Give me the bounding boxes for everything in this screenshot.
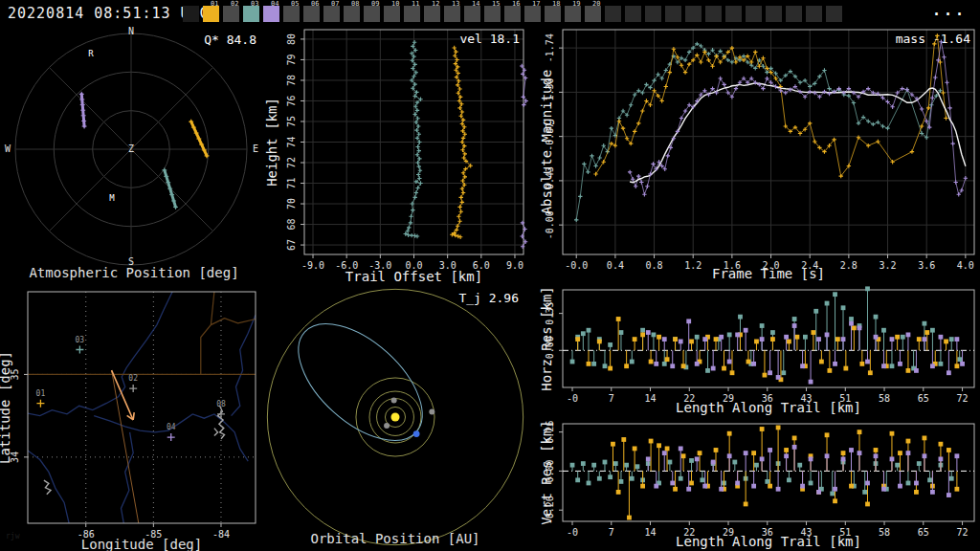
svg-text:-84: -84: [212, 529, 230, 540]
station-toggle-03[interactable]: 03: [243, 6, 259, 22]
svg-text:72: 72: [957, 527, 969, 538]
station-toggle-empty[interactable]: [806, 6, 822, 22]
station-toggle-09[interactable]: 09: [364, 6, 380, 22]
station-toggle-empty[interactable]: [786, 6, 802, 22]
svg-text:58: 58: [879, 393, 890, 404]
svg-text:-0: -0: [567, 527, 578, 538]
svg-text:vel 18.1: vel 18.1: [459, 32, 520, 46]
station-toggle-08[interactable]: 08: [344, 6, 360, 22]
svg-text:70: 70: [286, 198, 297, 209]
station-toggle-empty[interactable]: [766, 6, 782, 22]
station-toggle-17[interactable]: 17: [524, 6, 541, 22]
svg-text:79: 79: [286, 54, 297, 65]
svg-text:T_j 2.96: T_j 2.96: [458, 291, 519, 305]
station-number: 10: [391, 0, 399, 8]
station-number: 06: [311, 0, 319, 8]
svg-text:58: 58: [879, 527, 890, 538]
svg-text:-0.0: -0.0: [565, 260, 588, 271]
station-toggle-20[interactable]: 20: [585, 6, 601, 22]
svg-text:76: 76: [286, 95, 297, 106]
planet-venus: [391, 397, 397, 403]
watermark: rjw: [6, 532, 19, 540]
station-toggle-01[interactable]: 01: [203, 6, 219, 22]
station-toggle-19[interactable]: 19: [565, 6, 581, 22]
station-number: 20: [592, 0, 600, 8]
station-toggle-11[interactable]: 11: [404, 6, 420, 22]
svg-text:04: 04: [167, 423, 176, 431]
station-toggle-empty[interactable]: [746, 6, 762, 22]
svg-text:-9.0: -9.0: [301, 260, 324, 271]
station-toggle-18[interactable]: 18: [545, 6, 561, 22]
station-toggle-empty[interactable]: [685, 6, 702, 22]
svg-text:78: 78: [286, 75, 297, 86]
station-toggle-empty[interactable]: [725, 6, 742, 22]
svg-text:M: M: [109, 193, 115, 203]
svg-text:Horz Res [km]: Horz Res [km]: [539, 286, 554, 391]
plots-canvas: NSWEZRMQ* 84.8Atmospheric Position [deg]…: [0, 0, 980, 551]
station-number: 08: [351, 0, 359, 8]
svg-text:67: 67: [286, 239, 297, 251]
station-toggle-empty[interactable]: [625, 6, 641, 22]
station-number: 15: [492, 0, 500, 8]
svg-text:-0: -0: [567, 393, 578, 404]
station-toggle-04[interactable]: 04: [263, 6, 279, 22]
svg-text:72: 72: [286, 157, 297, 168]
svg-text:Z: Z: [128, 143, 134, 154]
station-toggle-15[interactable]: 15: [484, 6, 501, 22]
svg-text:72: 72: [957, 393, 969, 404]
top-bar: 20220814 08:51:13 UTC 010203040506070809…: [0, 0, 980, 27]
station-toggle-empty[interactable]: [605, 6, 621, 22]
station-number: 09: [371, 0, 379, 8]
svg-text:Latitude [deg]: Latitude [deg]: [0, 351, 12, 464]
timestamp: 20220814 08:51:13 UTC: [8, 5, 210, 22]
svg-text:03: 03: [76, 336, 85, 344]
svg-text:Length Along Trail [km]: Length Along Trail [km]: [676, 534, 861, 549]
svg-text:80: 80: [286, 33, 297, 45]
svg-text:74: 74: [286, 136, 297, 147]
station-number: 02: [231, 0, 238, 8]
station-toggle-empty[interactable]: [705, 6, 722, 22]
svg-text:Height [km]: Height [km]: [264, 98, 279, 187]
station-toggle-14[interactable]: 14: [464, 6, 480, 22]
station-toggle-05[interactable]: 05: [283, 6, 300, 22]
station-toggle-strip: 0102030405060708091011121314151617181920: [183, 6, 842, 22]
station-toggle-12[interactable]: 12: [424, 6, 440, 22]
svg-text:02: 02: [128, 374, 138, 383]
station-toggle-empty[interactable]: [645, 6, 661, 22]
station-number: 14: [472, 0, 479, 8]
station-toggle-02[interactable]: 02: [223, 6, 239, 22]
svg-text:68: 68: [286, 219, 297, 231]
panel-orbital-position: T_j 2.96Orbital Position [AU]: [267, 289, 523, 546]
planet-mars: [429, 409, 434, 415]
svg-text:Orbital Position [AU]: Orbital Position [AU]: [310, 531, 479, 546]
svg-text:75: 75: [286, 116, 297, 127]
svg-text:71: 71: [286, 178, 297, 189]
station-toggle-empty[interactable]: [826, 6, 842, 22]
svg-text:01: 01: [36, 389, 46, 398]
planet-earth: [413, 430, 420, 437]
station-toggle-16[interactable]: 16: [504, 6, 521, 22]
svg-text:Vert Res [km]: Vert Res [km]: [539, 420, 554, 525]
station-number: 07: [331, 0, 339, 8]
panel-vert-res: -071422293643515865720.260.00-0.26Length…: [539, 420, 974, 549]
svg-text:N: N: [128, 26, 134, 36]
station-number: 12: [432, 0, 439, 8]
overflow-menu-button[interactable]: ...: [932, 2, 967, 19]
station-number: 16: [512, 0, 520, 8]
station-toggle-10[interactable]: 10: [384, 6, 400, 22]
svg-text:14: 14: [645, 393, 657, 404]
station-number: 05: [291, 0, 299, 8]
svg-text:Absolute Magnitude: Absolute Magnitude: [539, 70, 554, 215]
station-number: 18: [552, 0, 560, 8]
panel-ground-track: 0102030408-86-85-843435Longitude [deg]La…: [0, 292, 256, 551]
svg-text:9.0: 9.0: [506, 260, 523, 271]
station-toggle-blank[interactable]: [183, 6, 199, 22]
svg-text:Trail Offset [km]: Trail Offset [km]: [345, 269, 482, 284]
station-toggle-07[interactable]: 07: [323, 6, 340, 22]
station-toggle-06[interactable]: 06: [303, 6, 320, 22]
station-toggle-13[interactable]: 13: [444, 6, 460, 22]
svg-text:08: 08: [216, 400, 226, 408]
station-number: 13: [452, 0, 459, 8]
panel-light-curve: -0.00.40.81.21.62.02.42.83.23.64.0-1.74-…: [539, 30, 974, 281]
station-toggle-empty[interactable]: [665, 6, 681, 22]
